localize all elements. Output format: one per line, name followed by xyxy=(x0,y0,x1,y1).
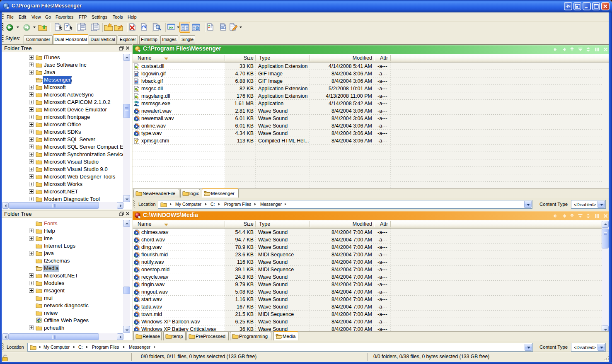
svg-text:?: ? xyxy=(65,24,68,29)
svg-text:?: ? xyxy=(135,138,138,144)
